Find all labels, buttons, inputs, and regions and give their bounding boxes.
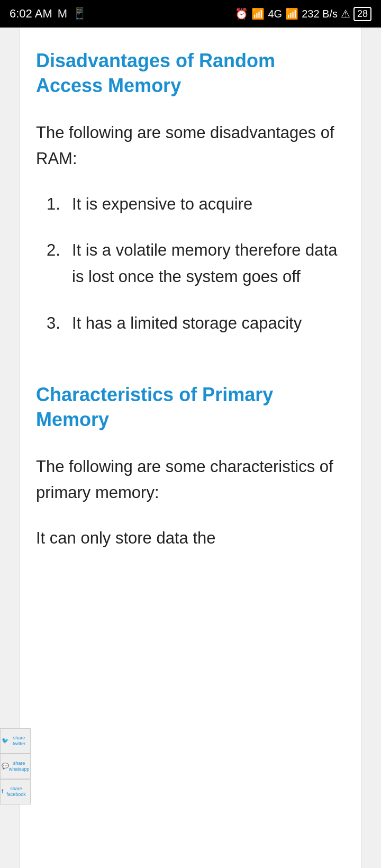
status-left: 6:02 AM M 📱 bbox=[10, 7, 87, 21]
share-twitter-button[interactable]: 🐦 share twitter bbox=[0, 728, 31, 754]
alarm-icon: ⏰ bbox=[235, 7, 248, 20]
twitter-label: share twitter bbox=[9, 735, 29, 747]
list-text-3: It has a limited storage capacity bbox=[72, 310, 345, 337]
right-sidebar-strip bbox=[361, 28, 381, 868]
disadvantages-intro: The following are some disadvantages of … bbox=[36, 120, 345, 172]
list-number-1: 1. bbox=[47, 191, 66, 218]
facebook-label: share facebook bbox=[3, 786, 29, 798]
status-bar: 6:02 AM M 📱 ⏰ 📶 4G 📶 232 B/s ⚠ 28 bbox=[0, 0, 381, 28]
share-whatsapp-button[interactable]: 💬 share whatsapp bbox=[0, 754, 31, 779]
disadvantages-list: 1. It is expensive to acquire 2. It is a… bbox=[47, 191, 345, 336]
battery-indicator: 28 bbox=[353, 7, 371, 21]
list-number-3: 3. bbox=[47, 310, 66, 337]
page-wrapper: Disadvantages of Random Access Memory Th… bbox=[0, 28, 381, 868]
data-speed-label: 232 B/s bbox=[302, 8, 338, 20]
social-share-panel: 🐦 share twitter 💬 share whatsapp f share… bbox=[0, 728, 31, 804]
signal2-icon: 📶 bbox=[285, 7, 298, 20]
4g-label: 4G bbox=[268, 8, 282, 20]
whatsapp-label: share whatsapp bbox=[9, 761, 30, 772]
list-item: 2. It is a volatile memory therefore dat… bbox=[47, 237, 345, 290]
characteristics-partial-text: It can only store data the bbox=[36, 525, 345, 551]
list-text-2: It is a volatile memory therefore data i… bbox=[72, 237, 345, 290]
section-heading-disadvantages: Disadvantages of Random Access Memory bbox=[36, 49, 345, 98]
gmail-icon: M bbox=[58, 7, 67, 21]
list-text-1: It is expensive to acquire bbox=[72, 191, 345, 218]
list-number-2: 2. bbox=[47, 237, 66, 264]
phone-icon: 📱 bbox=[72, 7, 87, 21]
signal1-icon: 📶 bbox=[251, 7, 265, 20]
main-content: Disadvantages of Random Access Memory Th… bbox=[20, 28, 361, 868]
status-right: ⏰ 📶 4G 📶 232 B/s ⚠ 28 bbox=[235, 7, 371, 21]
twitter-icon: 🐦 bbox=[2, 737, 9, 744]
list-item: 3. It has a limited storage capacity bbox=[47, 310, 345, 337]
time-display: 6:02 AM bbox=[10, 7, 52, 21]
list-item: 1. It is expensive to acquire bbox=[47, 191, 345, 218]
whatsapp-icon: 💬 bbox=[2, 763, 9, 770]
characteristics-intro: The following are some characteristics o… bbox=[36, 454, 345, 506]
warning-icon: ⚠ bbox=[341, 7, 350, 20]
share-facebook-button[interactable]: f share facebook bbox=[0, 779, 31, 804]
section-heading-characteristics: Characteristics of Primary Memory bbox=[36, 383, 345, 432]
